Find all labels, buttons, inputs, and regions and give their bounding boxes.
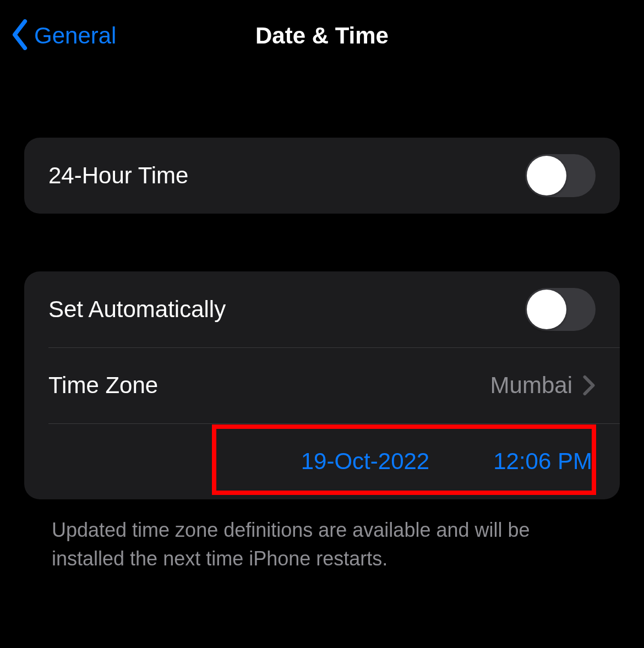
- date-button[interactable]: 19-Oct-2022: [301, 448, 429, 475]
- footer-note: Updated time zone definitions are availa…: [24, 499, 620, 573]
- row-label: Set Automatically: [48, 296, 525, 323]
- navigation-bar: General Date & Time: [0, 0, 644, 72]
- back-button[interactable]: General: [10, 19, 116, 52]
- time-zone-value: Mumbai: [490, 372, 572, 399]
- chevron-left-icon: [10, 19, 30, 52]
- chevron-right-icon: [582, 375, 596, 396]
- toggle-24-hour-time[interactable]: [525, 154, 596, 197]
- settings-group-1: 24-Hour Time: [24, 138, 620, 214]
- toggle-set-automatically[interactable]: [525, 288, 596, 331]
- row-label: 24-Hour Time: [48, 162, 525, 189]
- row-set-automatically: Set Automatically: [24, 271, 620, 347]
- toggle-knob: [527, 156, 566, 195]
- row-time-zone[interactable]: Time Zone Mumbai: [24, 347, 620, 423]
- toggle-knob: [527, 290, 566, 329]
- time-button[interactable]: 12:06 PM: [493, 448, 592, 475]
- row-24-hour-time: 24-Hour Time: [24, 138, 620, 214]
- settings-group-2: Set Automatically Time Zone Mumbai 19-Oc…: [24, 271, 620, 499]
- row-label: Time Zone: [48, 372, 490, 399]
- back-label: General: [34, 23, 116, 49]
- row-date-time: 19-Oct-2022 12:06 PM: [24, 423, 620, 499]
